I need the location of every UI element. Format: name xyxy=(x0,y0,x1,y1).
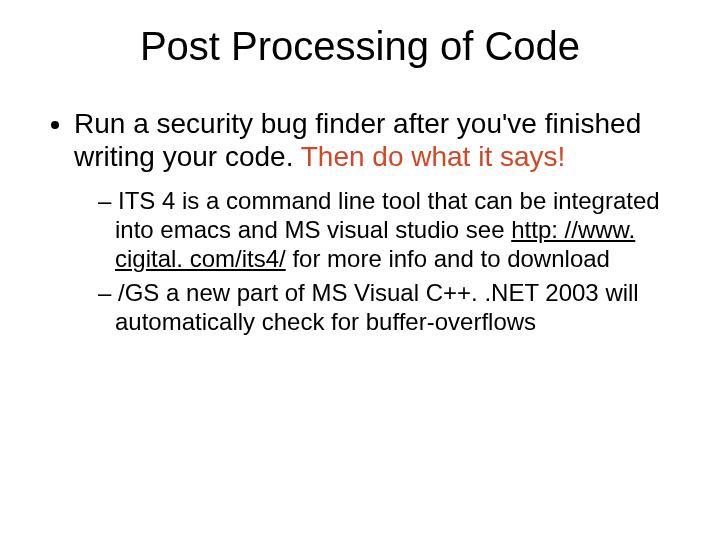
slide-title: Post Processing of Code xyxy=(40,24,680,69)
bullet-list: Run a security bug finder after you've f… xyxy=(40,107,680,337)
sub-item-2: /GS a new part of MS Visual C++. .NET 20… xyxy=(98,279,680,337)
sub-1-post: for more info and to download xyxy=(286,245,610,272)
sub-2-text: /GS a new part of MS Visual C++. .NET 20… xyxy=(115,279,639,335)
sub-item-1: ITS 4 is a command line tool that can be… xyxy=(98,187,680,273)
sub-list: ITS 4 is a command line tool that can be… xyxy=(74,187,680,337)
bullet-1: Run a security bug finder after you've f… xyxy=(74,107,680,337)
bullet-1-emph: Then do what it says! xyxy=(301,141,566,172)
slide: Post Processing of Code Run a security b… xyxy=(0,0,720,540)
